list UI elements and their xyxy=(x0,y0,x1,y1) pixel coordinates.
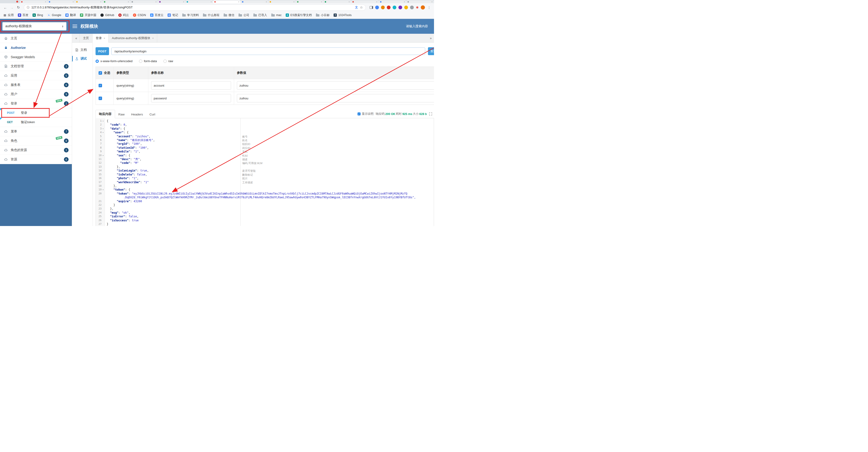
site-info-icon[interactable] xyxy=(27,6,30,9)
bookmark-item[interactable]: CSDN xyxy=(133,13,146,17)
extension-icon[interactable] xyxy=(393,6,396,9)
tabs-right-chevron-icon[interactable] xyxy=(430,36,432,40)
sidebar-item-resource[interactable]: 资源6 xyxy=(0,155,72,164)
param-value-input[interactable] xyxy=(237,94,434,103)
tab-home[interactable]: 主页 xyxy=(80,34,93,43)
bookmark-item[interactable]: ES搜索引擎文档 xyxy=(286,13,312,17)
side-panel-icon[interactable] xyxy=(370,6,373,9)
extension-icon[interactable] xyxy=(375,6,379,9)
sidebar-item-doc-manage[interactable]: 文档管理3 xyxy=(0,62,72,71)
browser-tab[interactable] xyxy=(406,0,434,3)
tab-close-icon[interactable] xyxy=(349,1,350,3)
forward-button[interactable] xyxy=(9,6,14,9)
tab-close-icon[interactable] xyxy=(45,1,46,3)
browser-tab[interactable] xyxy=(296,0,323,3)
reload-button[interactable] xyxy=(16,5,21,9)
fold-caret-icon[interactable] xyxy=(101,153,104,157)
browser-tab[interactable] xyxy=(75,0,102,3)
browser-tab[interactable] xyxy=(158,0,186,3)
content-type-option[interactable]: form-data xyxy=(139,59,157,63)
tab-close-icon[interactable] xyxy=(100,1,101,3)
tab-close-icon[interactable] xyxy=(238,1,240,3)
extension-icon[interactable] xyxy=(381,6,385,9)
tab-close-icon[interactable] xyxy=(431,1,433,3)
profile-avatar[interactable] xyxy=(421,5,425,9)
bookmark-item[interactable]: 翻译 xyxy=(65,13,76,17)
sidebar-item-service[interactable]: 服务表6 xyxy=(0,80,72,90)
tab-close-icon[interactable] xyxy=(376,1,377,3)
api-path[interactable]: /api/authority/anno/login xyxy=(111,48,425,55)
fold-caret-icon[interactable] xyxy=(101,127,104,131)
tab-close-icon[interactable] xyxy=(211,1,212,3)
param-value-input[interactable] xyxy=(237,81,434,90)
bookmark-star-icon[interactable] xyxy=(360,5,363,9)
send-button[interactable]: 发送 xyxy=(428,47,434,55)
tab-close-icon[interactable] xyxy=(266,1,267,3)
sidebar-item-home[interactable]: 主页 xyxy=(0,34,72,43)
sidebar-item-login[interactable]: 登录NEW2 xyxy=(0,99,72,108)
bookmark-item[interactable]: 1024Tools xyxy=(334,13,351,17)
bookmark-item[interactable]: 公司 xyxy=(239,13,249,17)
bookmark-item[interactable]: 应用 xyxy=(3,13,14,17)
fullscreen-icon[interactable] xyxy=(429,112,432,115)
browser-tab[interactable] xyxy=(269,0,296,3)
translate-icon[interactable] xyxy=(355,6,358,9)
address-bar[interactable]: 127.0.0.1:8760/api/gate/doc.html#/author… xyxy=(24,4,366,11)
bookmark-item[interactable]: GitHub xyxy=(100,13,114,17)
bookmark-item[interactable]: Bing xyxy=(33,13,43,17)
sidebar-item-app[interactable]: 应用5 xyxy=(0,71,72,80)
tabs-left-chevron-icon[interactable] xyxy=(75,36,77,40)
bookmark-item[interactable]: 码云 xyxy=(118,13,129,17)
bookmark-item[interactable]: 小目标 xyxy=(316,13,330,17)
tab-authorize[interactable]: Authorize-authority-权限模块 xyxy=(108,34,157,43)
response-tab-1[interactable]: Raw xyxy=(115,111,128,118)
module-select[interactable]: authority-权限模块 xyxy=(2,22,66,30)
bookmark-item[interactable]: 百度 xyxy=(18,13,28,17)
param-checkbox[interactable] xyxy=(99,84,102,87)
extension-icon[interactable] xyxy=(387,6,391,9)
tab-close-icon[interactable] xyxy=(155,1,156,3)
bookmark-item[interactable]: 学习资料 xyxy=(182,13,199,17)
browser-tab[interactable] xyxy=(213,0,241,3)
sidebar-item-user[interactable]: 用户9 xyxy=(0,90,72,99)
bookmark-item[interactable]: Google xyxy=(47,13,61,17)
tab-close-icon[interactable] xyxy=(321,1,322,3)
bookmark-item[interactable]: mac xyxy=(271,13,282,17)
response-tab-2[interactable]: Headers xyxy=(128,111,146,118)
bookmark-item[interactable]: 开源中国 xyxy=(80,13,96,17)
browser-tab[interactable] xyxy=(103,0,130,3)
show-description-checkbox[interactable] xyxy=(358,112,361,115)
browser-tab[interactable] xyxy=(241,0,268,3)
sidebar-item-role-resource[interactable]: 角色的资源1 xyxy=(0,145,72,155)
tab-close-icon[interactable] xyxy=(104,37,105,39)
back-button[interactable] xyxy=(3,6,8,9)
browser-tab[interactable] xyxy=(379,0,406,3)
browser-menu-icon[interactable] xyxy=(427,6,431,9)
fold-caret-icon[interactable] xyxy=(101,188,104,192)
select-all-checkbox[interactable] xyxy=(99,71,102,75)
content-type-option[interactable]: raw xyxy=(163,59,173,63)
fold-caret-icon[interactable] xyxy=(101,131,104,134)
sidebar-item-authorize[interactable]: Authorize xyxy=(0,43,72,52)
sidebar-endpoint-token-get[interactable]: GET验证token xyxy=(0,117,72,127)
tab-close-icon[interactable] xyxy=(293,1,294,3)
fold-caret-icon[interactable] xyxy=(101,119,104,123)
tab-close-icon[interactable] xyxy=(152,37,154,39)
response-tab-0[interactable]: 响应内容 xyxy=(96,110,115,118)
browser-tab[interactable] xyxy=(351,0,379,3)
extension-icon[interactable] xyxy=(398,6,402,9)
sidebar-item-menu[interactable]: 菜单7 xyxy=(0,127,72,136)
browser-tab[interactable] xyxy=(186,0,213,3)
sidebar-item-role[interactable]: 角色NEW8 xyxy=(0,136,72,145)
response-tab-3[interactable]: Curl xyxy=(146,111,158,118)
extension-icon[interactable] xyxy=(410,6,414,9)
bookmark-item[interactable]: 什么都有 xyxy=(203,13,219,17)
browser-tab[interactable] xyxy=(20,0,48,3)
bookmark-item[interactable]: 微信 xyxy=(224,13,234,17)
param-checkbox[interactable] xyxy=(99,96,102,100)
browser-tab[interactable] xyxy=(323,0,351,3)
doc-nav-debug[interactable]: 调试 xyxy=(72,54,93,63)
tab-close-icon[interactable] xyxy=(128,1,129,3)
sidebar-endpoint-login-post[interactable]: POST登录 xyxy=(0,108,72,117)
bookmark-item[interactable]: 已导入 xyxy=(253,13,267,17)
